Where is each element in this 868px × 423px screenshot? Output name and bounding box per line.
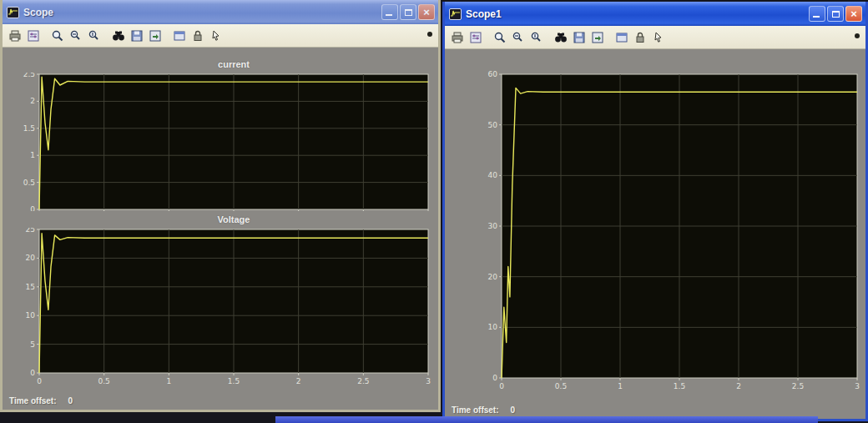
scope-statusbar: Time offset: 0 [3, 391, 438, 410]
voltage-plot-canvas[interactable]: 051015202500.511.522.53 [13, 228, 431, 390]
zoom-x-icon[interactable] [67, 28, 84, 44]
svg-text:0: 0 [37, 377, 42, 385]
scope1-toolbar [445, 26, 865, 49]
svg-text:1: 1 [30, 151, 35, 159]
minimize-button[interactable] [381, 4, 398, 20]
maximize-button[interactable] [400, 4, 416, 20]
parameters-icon[interactable] [467, 29, 484, 46]
plot-title-current: current [39, 59, 428, 69]
close-icon: × [850, 8, 857, 19]
toolbar-overflow[interactable] [855, 33, 860, 38]
svg-text:0: 0 [492, 374, 497, 382]
lock-axes-icon[interactable] [631, 29, 648, 46]
plot-title-voltage: Voltage [39, 214, 428, 224]
svg-text:2.5: 2.5 [23, 73, 35, 78]
lock-axes-icon[interactable] [189, 28, 206, 44]
svg-text:10: 10 [26, 311, 36, 320]
zoom-icon[interactable] [491, 29, 508, 46]
svg-text:1.5: 1.5 [228, 377, 240, 385]
scope1-plot-area: 010203040506000.511.522.53 [445, 49, 865, 400]
svg-text:3: 3 [426, 377, 431, 385]
save-axes-icon[interactable] [570, 29, 588, 46]
zoom-x-icon[interactable] [509, 29, 527, 46]
minimize-icon [813, 16, 820, 18]
svg-text:40: 40 [488, 171, 498, 179]
svg-text:1.5: 1.5 [674, 382, 685, 390]
svg-text:20: 20 [26, 254, 36, 262]
autoscale-icon[interactable] [552, 29, 569, 46]
svg-text:5: 5 [30, 340, 35, 349]
svg-text:50: 50 [488, 121, 498, 129]
current-plot-canvas[interactable]: 00.511.522.5 [13, 73, 431, 211]
svg-text:60: 60 [488, 70, 498, 78]
svg-text:3: 3 [855, 382, 860, 390]
svg-text:0.5: 0.5 [98, 377, 110, 385]
svg-text:15: 15 [26, 283, 35, 291]
signal-selection-icon[interactable] [207, 28, 225, 44]
scope-app-icon [7, 7, 19, 18]
time-offset-value: 0 [68, 396, 73, 405]
window-title: Scope1 [466, 8, 809, 20]
scope-app-icon [449, 8, 462, 20]
svg-text:10: 10 [488, 323, 498, 331]
svg-text:30: 30 [488, 222, 498, 230]
minimize-button[interactable] [809, 6, 825, 22]
maximize-icon [405, 9, 412, 16]
svg-text:0: 0 [30, 205, 35, 211]
toolbar-overflow[interactable] [427, 32, 432, 37]
scope-titlebar[interactable]: Scope × [3, 0, 438, 24]
floating-scope-icon[interactable] [170, 28, 188, 44]
close-button[interactable]: × [418, 4, 435, 20]
restore-axes-icon[interactable] [588, 29, 606, 46]
scope-plot-area: current 00.511.522.5 Voltage 05101520250… [3, 48, 438, 391]
signal-selection-icon[interactable] [649, 29, 667, 46]
maximize-icon [832, 11, 840, 18]
zoom-y-icon[interactable] [527, 29, 545, 46]
floating-scope-icon[interactable] [613, 29, 630, 46]
svg-text:2: 2 [736, 382, 741, 390]
svg-text:1: 1 [166, 377, 171, 385]
print-icon[interactable] [6, 28, 23, 44]
time-offset-label: Time offset: [452, 405, 499, 415]
zoom-y-icon[interactable] [85, 28, 103, 44]
scope1-plot-canvas[interactable]: 010203040506000.511.522.53 [473, 69, 862, 395]
svg-text:2.5: 2.5 [357, 377, 369, 385]
scope-toolbar [3, 24, 438, 48]
svg-text:0.5: 0.5 [555, 382, 567, 390]
svg-text:2: 2 [296, 377, 301, 385]
svg-text:0.5: 0.5 [23, 179, 35, 187]
svg-text:0: 0 [30, 369, 35, 377]
close-button[interactable]: × [845, 6, 862, 22]
svg-text:2.5: 2.5 [792, 382, 804, 390]
time-offset-label: Time offset: [9, 396, 57, 405]
save-axes-icon[interactable] [128, 28, 145, 44]
svg-text:20: 20 [488, 273, 498, 281]
zoom-icon[interactable] [48, 28, 66, 44]
print-icon[interactable] [448, 29, 466, 46]
taskbar-fragment [275, 416, 818, 423]
scope-window: Scope × [0, 0, 441, 412]
svg-text:1.5: 1.5 [23, 124, 35, 133]
svg-text:1: 1 [618, 382, 623, 390]
svg-text:25: 25 [26, 228, 35, 234]
window-title: Scope [23, 7, 381, 18]
scope1-titlebar[interactable]: Scope1 × [445, 2, 865, 26]
svg-text:0: 0 [499, 382, 504, 390]
minimize-icon [386, 14, 392, 16]
close-icon: × [423, 7, 430, 18]
restore-axes-icon[interactable] [146, 28, 164, 44]
maximize-button[interactable] [827, 6, 844, 22]
autoscale-icon[interactable] [109, 28, 127, 44]
desktop: Scope × [0, 0, 868, 423]
parameters-icon[interactable] [24, 28, 42, 44]
svg-text:2: 2 [30, 97, 35, 105]
scope1-window: Scope1 × [442, 2, 868, 421]
time-offset-value: 0 [511, 405, 516, 415]
